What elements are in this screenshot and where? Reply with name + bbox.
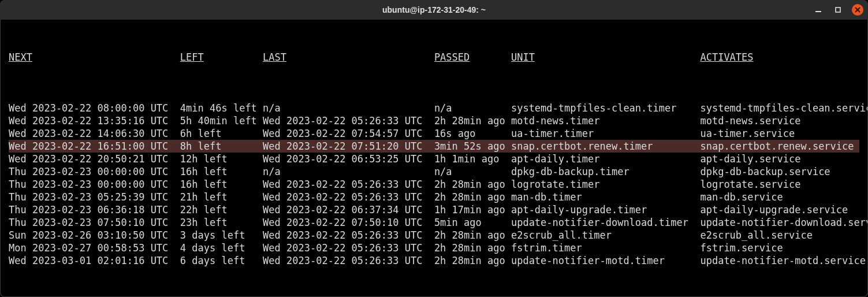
cell-next: Thu 2023-02-23 00:00:00 UTC xyxy=(9,165,180,178)
cell-unit: update-notifier-motd.timer xyxy=(511,254,701,267)
col-header-left: LEFT xyxy=(180,51,263,64)
cell-passed: 2h 28min ago xyxy=(434,114,511,127)
cell-unit: apt-daily-upgrade.timer xyxy=(511,203,701,216)
cell-next: Sun 2023-02-26 03:10:50 UTC xyxy=(9,229,180,242)
timer-row: Wed 2023-02-22 08:00:00 UTC4min 46s left… xyxy=(9,102,859,114)
cell-passed: n/a xyxy=(434,102,511,114)
cell-last: n/a xyxy=(263,165,434,178)
cell-activates: man-db.service xyxy=(700,191,783,203)
timer-row: Thu 2023-02-23 00:00:00 UTC16h leftn/an/… xyxy=(9,165,859,178)
cell-next: Wed 2023-02-22 13:35:16 UTC xyxy=(9,114,180,127)
cell-passed: 2h 28min ago xyxy=(434,242,511,254)
cell-passed: 16s ago xyxy=(434,127,511,140)
cell-left: 4min 46s left xyxy=(180,102,263,114)
cell-next: Wed 2023-02-22 14:06:30 UTC xyxy=(9,127,180,140)
cell-activates: motd-news.service xyxy=(700,114,800,127)
cell-last: Wed 2023-02-22 05:26:33 UTC xyxy=(263,254,434,267)
cell-passed: 1h 1min ago xyxy=(434,153,511,165)
cell-left: 16h left xyxy=(180,165,263,178)
col-header-next: NEXT xyxy=(9,51,180,64)
window-title-bar: ubuntu@ip-172-31-20-49: ~ xyxy=(0,0,868,20)
cell-next: Thu 2023-02-23 07:50:10 UTC xyxy=(9,216,180,229)
terminal-window: ubuntu@ip-172-31-20-49: ~ NEXTLEFTLASTPA… xyxy=(0,0,868,297)
svg-rect-1 xyxy=(836,8,840,12)
timer-row: Wed 2023-02-22 20:50:21 UTC12h leftWed 2… xyxy=(9,153,859,165)
cell-left: 12h left xyxy=(180,153,263,165)
timer-table-header: NEXTLEFTLASTPASSEDUNITACTIVATES xyxy=(9,51,859,64)
col-header-passed: PASSED xyxy=(434,51,511,64)
cell-last: Wed 2023-02-22 05:26:33 UTC xyxy=(263,191,434,203)
cell-last: n/a xyxy=(263,102,434,114)
cell-left: 3 days left xyxy=(180,229,263,242)
cell-left: 6h left xyxy=(180,127,263,140)
cell-activates: dpkg-db-backup.service xyxy=(700,165,830,178)
cell-next: Thu 2023-02-23 06:36:18 UTC xyxy=(9,203,180,216)
cell-next: Wed 2023-02-22 16:51:00 UTC xyxy=(9,140,180,153)
cell-activates: fstrim.service xyxy=(700,242,783,254)
cell-passed: n/a xyxy=(434,165,511,178)
timer-row: Wed 2023-03-01 02:01:16 UTC6 days leftWe… xyxy=(9,254,859,267)
window-close-button[interactable] xyxy=(852,4,863,16)
cell-passed: 1h 17min ago xyxy=(434,203,511,216)
window-controls xyxy=(813,0,863,20)
cell-activates: update-notifier-motd.service xyxy=(700,254,866,267)
cell-next: Wed 2023-02-22 20:50:21 UTC xyxy=(9,153,180,165)
minimize-icon xyxy=(815,6,822,13)
cell-left: 8h left xyxy=(180,140,263,153)
col-header-last: LAST xyxy=(263,51,434,64)
timer-row: Thu 2023-02-23 00:00:00 UTC16h leftWed 2… xyxy=(9,178,859,191)
cell-unit: update-notifier-download.timer xyxy=(511,216,701,229)
cell-next: Thu 2023-02-23 00:00:00 UTC xyxy=(9,178,180,191)
cell-last: Wed 2023-02-22 05:26:33 UTC xyxy=(263,229,434,242)
cell-left: 21h left xyxy=(180,191,263,203)
cell-next: Thu 2023-02-23 05:25:39 UTC xyxy=(9,191,180,203)
cell-passed: 2h 28min ago xyxy=(434,254,511,267)
window-minimize-button[interactable] xyxy=(813,4,824,16)
cell-activates: ua-timer.service xyxy=(700,127,795,140)
cell-unit: systemd-tmpfiles-clean.timer xyxy=(511,102,701,114)
cell-last: Wed 2023-02-22 05:26:33 UTC xyxy=(263,114,434,127)
timer-row: Thu 2023-02-23 06:36:18 UTC22h leftWed 2… xyxy=(9,203,859,216)
cell-last: Wed 2023-02-22 07:50:10 UTC xyxy=(263,216,434,229)
cell-unit: apt-daily.timer xyxy=(511,153,701,165)
timer-row: Sun 2023-02-26 03:10:50 UTC3 days leftWe… xyxy=(9,229,859,242)
cell-activates: apt-daily.service xyxy=(700,153,800,165)
cell-left: 5h 40min left xyxy=(180,114,263,127)
cell-left: 23h left xyxy=(180,216,263,229)
cell-passed: 2h 28min ago xyxy=(434,229,511,242)
cell-last: Wed 2023-02-22 07:51:20 UTC xyxy=(263,140,434,153)
terminal-viewport[interactable]: NEXTLEFTLASTPASSEDUNITACTIVATES Wed 2023… xyxy=(0,20,868,297)
cell-left: 4 days left xyxy=(180,242,263,254)
cell-unit: motd-news.timer xyxy=(511,114,701,127)
cell-last: Wed 2023-02-22 06:53:25 UTC xyxy=(263,153,434,165)
cell-left: 16h left xyxy=(180,178,263,191)
close-icon xyxy=(855,7,860,13)
cell-activates: snap.certbot.renew.service xyxy=(700,140,854,153)
cell-next: Mon 2023-02-27 00:58:53 UTC xyxy=(9,242,180,254)
cell-unit: logrotate.timer xyxy=(511,178,701,191)
window-maximize-button[interactable] xyxy=(832,4,844,16)
cell-activates: apt-daily-upgrade.service xyxy=(700,203,848,216)
cell-passed: 3min 52s ago xyxy=(434,140,511,153)
maximize-icon xyxy=(835,6,841,13)
timer-row: Wed 2023-02-22 16:51:00 UTC8h leftWed 20… xyxy=(9,140,859,153)
cell-passed: 5min ago xyxy=(434,216,511,229)
cell-unit: snap.certbot.renew.timer xyxy=(511,140,701,153)
cell-last: Wed 2023-02-22 06:37:34 UTC xyxy=(263,203,434,216)
timer-row: Thu 2023-02-23 07:50:10 UTC23h leftWed 2… xyxy=(9,216,859,229)
cell-last: Wed 2023-02-22 05:26:33 UTC xyxy=(263,178,434,191)
cell-activates: logrotate.service xyxy=(700,178,800,191)
timer-table-body: Wed 2023-02-22 08:00:00 UTC4min 46s left… xyxy=(9,102,859,267)
cell-activates: e2scrub_all.service xyxy=(700,229,812,242)
cell-passed: 2h 28min ago xyxy=(434,178,511,191)
cell-unit: man-db.timer xyxy=(511,191,701,203)
cell-last: Wed 2023-02-22 05:26:33 UTC xyxy=(263,242,434,254)
cell-unit: e2scrub_all.timer xyxy=(511,229,701,242)
window-title: ubuntu@ip-172-31-20-49: ~ xyxy=(382,5,486,15)
cell-passed: 2h 28min ago xyxy=(434,191,511,203)
col-header-activates: ACTIVATES xyxy=(700,51,753,64)
cell-next: Wed 2023-03-01 02:01:16 UTC xyxy=(9,254,180,267)
cell-left: 6 days left xyxy=(180,254,263,267)
timer-row: Thu 2023-02-23 05:25:39 UTC21h leftWed 2… xyxy=(9,191,859,203)
cell-activates: systemd-tmpfiles-clean.service xyxy=(700,102,868,114)
